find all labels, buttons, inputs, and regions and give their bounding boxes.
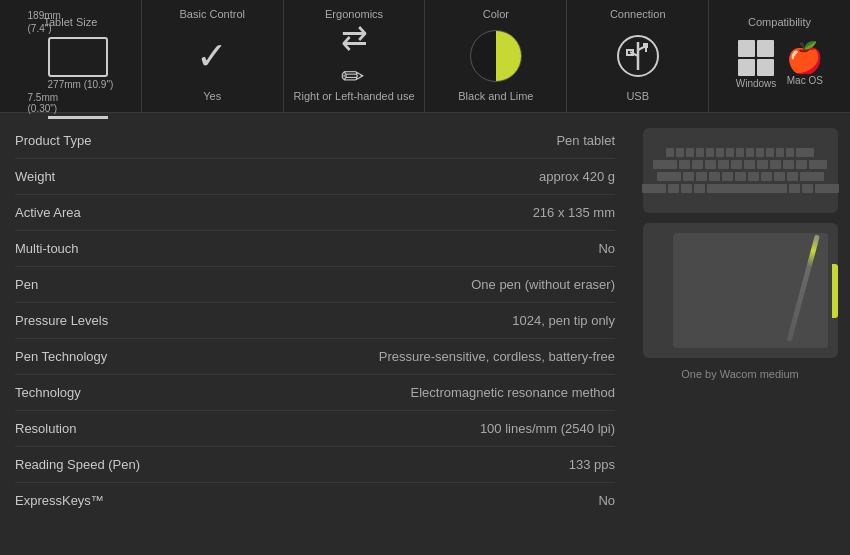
spec-row: Resolution100 lines/mm (2540 lpi) (15, 411, 615, 447)
nav-item-tablet-size[interactable]: Tablet Size 189mm(7.4") 277mm (10.9") 7.… (0, 0, 142, 112)
top-nav: Tablet Size 189mm(7.4") 277mm (10.9") 7.… (0, 0, 850, 113)
compatibility-icon-area: Windows 🍎 Mac OS (736, 34, 824, 94)
product-caption: One by Wacom medium (681, 368, 799, 380)
nav-item-compatibility[interactable]: Compatibility Windows 🍎 Mac OS (709, 0, 850, 112)
spec-value: No (175, 241, 615, 256)
nav-label-compatibility: Compatibility (748, 16, 811, 28)
color-caption: Black and Lime (458, 90, 533, 102)
spec-value: Electromagnetic resonance method (175, 385, 615, 400)
windows-icon (738, 40, 774, 76)
spec-value: 133 pps (175, 457, 615, 472)
checkmark-icon: ✓ (196, 37, 228, 75)
basic-control-icon-area: ✓ (196, 26, 228, 86)
kbd-row-4 (642, 184, 839, 193)
spec-label: Multi-touch (15, 241, 175, 256)
spec-label: Technology (15, 385, 175, 400)
main-content: Product TypePen tabletWeightapprox 420 g… (0, 113, 850, 528)
spec-value: 1024, pen tip only (175, 313, 615, 328)
tablet-side-accent (832, 264, 838, 318)
apple-icon: 🍎 (786, 43, 823, 73)
spec-row: ExpressKeys™No (15, 483, 615, 518)
nav-item-ergonomics[interactable]: Ergonomics ⇄✏ Right or Left-handed use (284, 0, 426, 112)
color-icon-area (470, 26, 522, 86)
keyboard-image (643, 128, 838, 213)
tablet-dim3: 7.5mm (28, 92, 108, 103)
nav-item-basic-control[interactable]: Basic Control ✓ Yes (142, 0, 284, 112)
spec-row: Reading Speed (Pen)133 pps (15, 447, 615, 483)
svg-rect-6 (643, 43, 648, 48)
kbd-row-3 (657, 172, 824, 181)
tablet-dim2: 277mm (10.9") (48, 79, 114, 90)
spec-label: Pressure Levels (15, 313, 175, 328)
spec-value: 100 lines/mm (2540 lpi) (175, 421, 615, 436)
spec-label: Active Area (15, 205, 175, 220)
spec-value: No (175, 493, 615, 508)
spec-value: approx 420 g (175, 169, 615, 184)
color-circle-icon (470, 30, 522, 82)
spec-value: One pen (without eraser) (175, 277, 615, 292)
spec-label: Pen (15, 277, 175, 292)
spec-label: Pen Technology (15, 349, 175, 364)
arrows-icon: ⇄✏ (341, 19, 368, 94)
kbd-row-2 (653, 160, 827, 169)
nav-label-basic-control: Basic Control (180, 8, 245, 20)
macos-label: Mac OS (787, 75, 823, 86)
spec-row: Multi-touchNo (15, 231, 615, 267)
tablet-image (643, 223, 838, 358)
tablet-size-icon-area: 189mm(7.4") 277mm (10.9") 7.5mm (0.30") (24, 34, 118, 94)
spec-label: Reading Speed (Pen) (15, 457, 175, 472)
spec-value: 216 x 135 mm (175, 205, 615, 220)
ergonomics-caption: Right or Left-handed use (294, 90, 415, 102)
spec-label: Product Type (15, 133, 175, 148)
spec-row: Pen TechnologyPressure-sensitive, cordle… (15, 339, 615, 375)
spec-value: Pen tablet (175, 133, 615, 148)
tablet-dim1: 189mm(7.4") (28, 9, 61, 35)
nav-item-color[interactable]: Color Black and Lime (425, 0, 567, 112)
spec-value: Pressure-sensitive, cordless, battery-fr… (175, 349, 615, 364)
kbd-row-1 (666, 148, 814, 157)
connection-icon-area (614, 26, 662, 86)
tablet-shape-icon (48, 37, 108, 77)
ergonomics-icon-area: ⇄✏ (341, 26, 368, 86)
nav-item-connection[interactable]: Connection USB (567, 0, 709, 112)
specs-table: Product TypePen tabletWeightapprox 420 g… (0, 123, 630, 518)
product-images: One by Wacom medium (630, 123, 850, 518)
basic-control-caption: Yes (203, 90, 221, 102)
spec-label: Weight (15, 169, 175, 184)
connection-caption: USB (626, 90, 649, 102)
spec-row: Active Area216 x 135 mm (15, 195, 615, 231)
spec-label: ExpressKeys™ (15, 493, 175, 508)
os-icons: Windows 🍎 Mac OS (736, 40, 824, 89)
tablet-bar (48, 116, 108, 119)
spec-row: Weightapprox 420 g (15, 159, 615, 195)
spec-row: TechnologyElectromagnetic resonance meth… (15, 375, 615, 411)
spec-row: PenOne pen (without eraser) (15, 267, 615, 303)
usb-icon (614, 32, 662, 80)
tablet-size-wrapper: 189mm(7.4") 277mm (10.9") 7.5mm (0.30") (24, 5, 118, 123)
nav-label-connection: Connection (610, 8, 666, 20)
nav-label-color: Color (483, 8, 509, 20)
spec-row: Product TypePen tablet (15, 123, 615, 159)
windows-label: Windows (736, 78, 777, 89)
spec-label: Resolution (15, 421, 175, 436)
spec-row: Pressure Levels1024, pen tip only (15, 303, 615, 339)
